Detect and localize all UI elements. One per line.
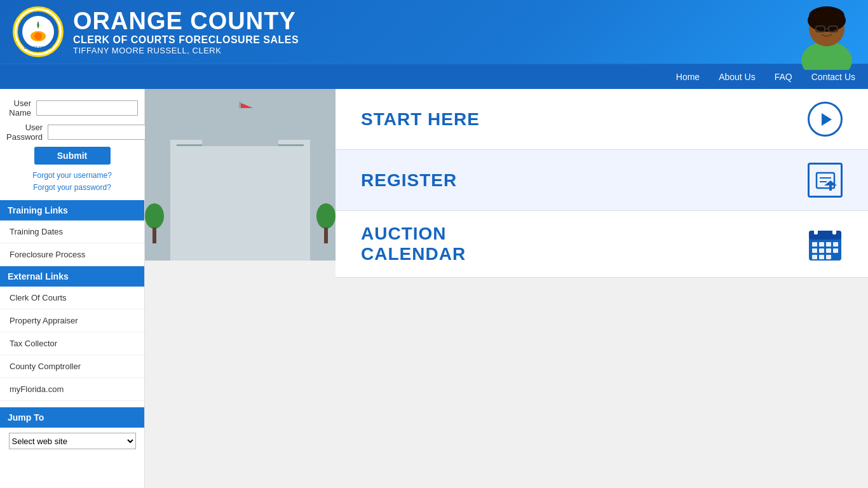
svg-point-3 xyxy=(34,32,42,40)
svg-rect-46 xyxy=(814,228,818,234)
svg-rect-21 xyxy=(234,184,250,207)
svg-rect-29 xyxy=(208,207,272,216)
svg-rect-14 xyxy=(183,152,199,175)
svg-rect-25 xyxy=(218,213,223,261)
svg-rect-27 xyxy=(243,213,248,261)
svg-rect-56 xyxy=(812,255,817,259)
calendar-grid-icon xyxy=(808,227,843,262)
svg-rect-26 xyxy=(231,213,236,261)
svg-rect-31 xyxy=(239,102,241,143)
svg-rect-45 xyxy=(809,231,841,240)
svg-rect-23 xyxy=(285,184,301,207)
content-area: ORANGE COUNTY COURTHOUSE START HERE xyxy=(145,89,868,488)
sidebar-item-county-comptroller[interactable]: County Comptroller xyxy=(0,355,144,378)
svg-rect-53 xyxy=(819,248,824,253)
courthouse-image: ORANGE COUNTY COURTHOUSE xyxy=(145,89,336,261)
nav-about[interactable]: About Us xyxy=(719,72,756,82)
register-cursor-icon xyxy=(814,169,837,192)
password-input[interactable] xyxy=(48,125,149,140)
submit-button[interactable]: Submit xyxy=(34,147,111,165)
svg-rect-54 xyxy=(826,248,831,253)
svg-text:ORANGE COUNTY: ORANGE COUNTY xyxy=(217,196,263,201)
auction-calendar-panel[interactable]: AUCTION CALENDAR xyxy=(336,211,868,278)
svg-marker-39 xyxy=(822,113,832,126)
username-input[interactable] xyxy=(36,100,138,116)
sidebar: User Name User Password Submit Forgot yo… xyxy=(0,89,145,488)
play-icon xyxy=(808,102,843,137)
header-logo: ORANGE COUNTY xyxy=(13,6,64,57)
svg-rect-24 xyxy=(221,216,259,261)
sidebar-item-myflorida[interactable]: myFlorida.com xyxy=(0,378,144,401)
forgot-links: Forgot your username? Forgot your passwo… xyxy=(6,170,138,194)
svg-rect-13 xyxy=(170,140,310,261)
training-links-header: Training Links xyxy=(0,200,144,220)
svg-rect-22 xyxy=(259,184,275,207)
svg-rect-28 xyxy=(256,213,261,261)
sidebar-item-property-appraiser[interactable]: Property Appraiser xyxy=(0,309,144,332)
svg-rect-50 xyxy=(826,242,831,247)
start-here-label: START HERE xyxy=(361,109,795,130)
svg-text:COURTHOUSE: COURTHOUSE xyxy=(224,203,256,208)
username-label: User Name xyxy=(6,98,36,118)
svg-rect-49 xyxy=(819,242,824,247)
svg-rect-20 xyxy=(208,184,224,207)
forgot-username-link[interactable]: Forgot your username? xyxy=(6,170,138,182)
sidebar-item-clerk-of-courts[interactable]: Clerk Of Courts xyxy=(0,287,144,309)
password-label: User Password xyxy=(6,123,48,142)
username-row: User Name xyxy=(6,98,138,118)
play-triangle-icon xyxy=(817,111,834,128)
nav-contact[interactable]: Contact Us xyxy=(811,72,855,82)
sidebar-item-tax-collector[interactable]: Tax Collector xyxy=(0,332,144,355)
header-title: ORANGE COUNTY CLERK OF COURTS FORECLOSUR… xyxy=(73,8,792,56)
svg-rect-36 xyxy=(153,227,156,243)
sidebar-item-training-dates[interactable]: Training Dates xyxy=(0,220,144,243)
register-panel[interactable]: REGISTER xyxy=(336,150,868,211)
external-links-header: External Links xyxy=(0,266,144,287)
register-icon xyxy=(808,163,843,198)
svg-rect-15 xyxy=(208,152,224,175)
start-here-panel[interactable]: START HERE xyxy=(336,89,868,150)
jump-to-select[interactable]: Select web site Clerk Of Courts Property… xyxy=(9,433,136,449)
svg-rect-16 xyxy=(234,152,250,175)
svg-rect-57 xyxy=(819,255,824,259)
svg-text:ORANGE COUNTY: ORANGE COUNTY xyxy=(24,46,53,50)
svg-rect-52 xyxy=(812,248,817,253)
svg-point-37 xyxy=(316,203,336,229)
nav-faq[interactable]: FAQ xyxy=(775,72,792,82)
main-layout: User Name User Password Submit Forgot yo… xyxy=(0,89,868,488)
nav-bar: Home About Us FAQ Contact Us xyxy=(0,64,868,89)
header-subtitle: CLERK OF COURTS FORECLOSURE SALES xyxy=(73,34,792,46)
svg-point-35 xyxy=(145,203,164,229)
jump-to-header: Jump To xyxy=(0,407,144,428)
svg-rect-18 xyxy=(285,152,301,175)
header-main-title: ORANGE COUNTY xyxy=(73,8,792,35)
jump-to-section: Jump To Select web site Clerk Of Courts … xyxy=(0,407,144,449)
action-panels: START HERE REGISTER xyxy=(336,89,868,278)
svg-rect-30 xyxy=(208,257,272,261)
forgot-password-link[interactable]: Forgot your password? xyxy=(6,182,138,194)
auction-calendar-label: AUCTION CALENDAR xyxy=(361,224,795,264)
header: ORANGE COUNTY ORANGE COUNTY CLERK OF COU… xyxy=(0,0,868,64)
sidebar-item-foreclosure-process[interactable]: Foreclosure Process xyxy=(0,243,144,266)
register-label: REGISTER xyxy=(361,170,795,191)
header-clerk-name: TIFFANY MOORE RUSSELL, CLERK xyxy=(73,46,792,55)
svg-rect-17 xyxy=(259,152,275,175)
svg-rect-51 xyxy=(833,242,838,247)
password-row: User Password xyxy=(6,123,138,142)
svg-rect-55 xyxy=(833,248,838,253)
svg-rect-38 xyxy=(324,227,328,243)
calendar-icon xyxy=(808,227,843,262)
header-person-image xyxy=(792,0,855,64)
svg-rect-58 xyxy=(826,255,831,259)
hero-image: ORANGE COUNTY COURTHOUSE xyxy=(145,89,336,261)
login-area: User Name User Password Submit Forgot yo… xyxy=(0,89,144,200)
svg-rect-48 xyxy=(812,242,817,247)
svg-rect-19 xyxy=(183,184,199,207)
nav-home[interactable]: Home xyxy=(676,72,700,82)
svg-rect-47 xyxy=(832,228,836,234)
county-seal-icon: ORANGE COUNTY xyxy=(16,10,60,54)
